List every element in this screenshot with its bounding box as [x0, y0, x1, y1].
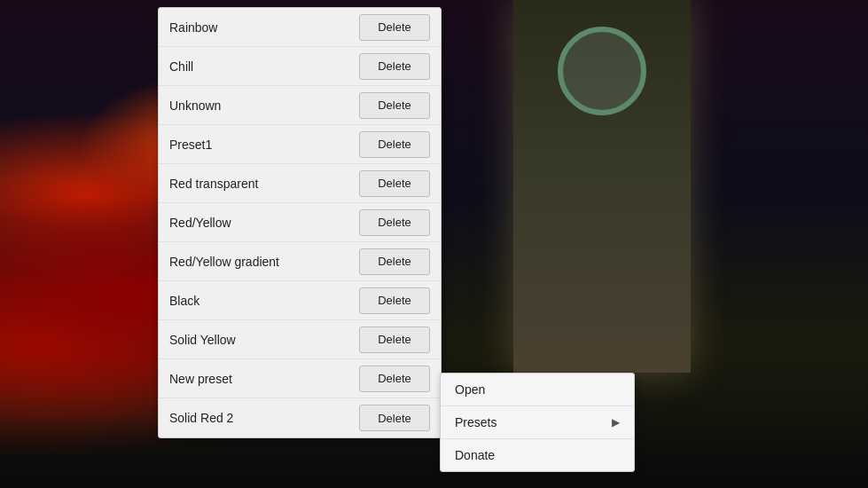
delete-button-4[interactable]: Delete — [359, 170, 430, 197]
context-item-open[interactable]: Open — [441, 374, 634, 406]
delete-button-6[interactable]: Delete — [359, 248, 430, 275]
clock-face — [558, 27, 646, 115]
context-menu: OpenPresets▶Donate — [440, 373, 635, 472]
preset-row: New presetDelete — [159, 359, 441, 398]
preset-name: Solid Yellow — [169, 333, 359, 347]
preset-row: Red/YellowDelete — [159, 203, 441, 242]
preset-name: Red/Yellow gradient — [169, 255, 359, 269]
preset-row: Solid YellowDelete — [159, 320, 441, 359]
delete-button-3[interactable]: Delete — [359, 131, 430, 158]
preset-row: Red/Yellow gradientDelete — [159, 242, 441, 281]
preset-name: Red transparent — [169, 177, 359, 191]
preset-name: Chill — [169, 59, 359, 74]
delete-button-9[interactable]: Delete — [359, 366, 430, 392]
preset-row: ChillDelete — [159, 47, 441, 86]
preset-name: Solid Red 2 — [169, 411, 359, 425]
preset-row: RainbowDelete — [159, 8, 441, 47]
preset-row: UnknownDelete — [159, 86, 441, 125]
context-item-presets[interactable]: Presets▶ — [441, 406, 634, 439]
context-item-label: Open — [455, 382, 485, 397]
preset-row: Red transparentDelete — [159, 164, 441, 203]
preset-name: New preset — [169, 372, 359, 386]
context-item-donate[interactable]: Donate — [441, 439, 634, 471]
clock-tower — [513, 0, 691, 373]
delete-button-5[interactable]: Delete — [359, 209, 430, 236]
preset-row: Preset1Delete — [159, 125, 441, 164]
delete-button-10[interactable]: Delete — [359, 405, 430, 431]
submenu-arrow-icon: ▶ — [612, 416, 620, 429]
preset-row: BlackDelete — [159, 281, 441, 320]
preset-name: Unknown — [169, 98, 359, 113]
context-item-label: Presets — [455, 415, 497, 429]
delete-button-1[interactable]: Delete — [359, 53, 430, 80]
preset-name: Rainbow — [169, 20, 359, 35]
preset-name: Preset1 — [169, 138, 359, 152]
delete-button-0[interactable]: Delete — [359, 14, 430, 41]
delete-button-2[interactable]: Delete — [359, 92, 430, 119]
delete-button-8[interactable]: Delete — [359, 327, 430, 353]
preset-row: Solid Red 2Delete — [159, 398, 441, 437]
delete-button-7[interactable]: Delete — [359, 287, 430, 314]
preset-name: Red/Yellow — [169, 216, 359, 230]
context-item-label: Donate — [455, 448, 495, 462]
preset-name: Black — [169, 294, 359, 308]
preset-panel: RainbowDeleteChillDeleteUnknownDeletePre… — [158, 7, 442, 438]
